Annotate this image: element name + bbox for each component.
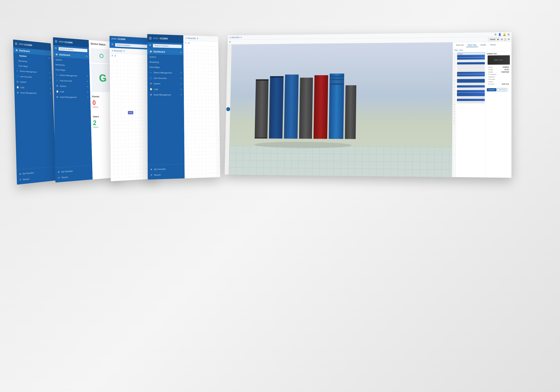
search-icon-3: 🔍 (111, 43, 114, 46)
p4-label-dashboard: Dashboard (153, 50, 165, 53)
refresh-icon-5[interactable]: ↺ (229, 41, 231, 43)
p4-label-assets: Asset Management (154, 93, 171, 96)
sidebar-label-sys2: System (20, 81, 26, 83)
p2-nav-assets[interactable]: ⊞ Asset Management ▾ (54, 94, 90, 100)
help-icon-4[interactable]: ? (185, 42, 186, 44)
p4-nav-dashboard[interactable]: ⊞ Dashboard ▾ (147, 49, 183, 55)
logo-product-2: CC2000 (64, 41, 73, 44)
toolbar-select-5[interactable]: Default (488, 38, 500, 41)
rack-unit-14[interactable] (457, 85, 485, 88)
p2-label-system: System (55, 59, 62, 61)
p2-nav-sys2[interactable]: ⚙ System ▾ (54, 83, 90, 90)
clear-btn[interactable]: Clear (459, 49, 463, 51)
rack-unit-16[interactable] (457, 90, 485, 92)
grid-icon[interactable]: ⊞ (507, 33, 510, 36)
toolbar-icon-3[interactable]: ⚙ (508, 38, 510, 41)
rack-unit-10[interactable] (457, 74, 485, 77)
port-1 (494, 60, 496, 60)
sidebar-1: ☰ ATEN CC2000 ⊞ Dashboard System ▾ Mon (13, 40, 56, 185)
p4-logs-icon: 📋 (150, 88, 152, 90)
rack-unit-1[interactable]: KH8516 (457, 52, 485, 55)
bc-dropdown-4[interactable]: ▾ (197, 37, 198, 40)
info-label-model2: Model (488, 71, 493, 73)
settings-icon[interactable]: ⚙ (494, 33, 497, 36)
hamburger-icon[interactable]: ☰ (15, 42, 17, 45)
tab-sensor[interactable]: Sensor (489, 43, 498, 47)
p2-label-users: User Accounts (60, 80, 72, 82)
bc-dropdown-3[interactable]: ▾ (124, 50, 125, 52)
filter-btn[interactable]: Filter (454, 49, 458, 51)
p4-nav-assets[interactable]: ⊞ Asset Management ▾ (148, 92, 184, 98)
rack-unit-19[interactable] (457, 99, 485, 101)
expand-btn[interactable]: › (226, 107, 230, 111)
g-letter: G (99, 72, 107, 84)
help-icon-3[interactable]: ? (111, 54, 113, 57)
sap-btn[interactable]: SAP 2040 (497, 88, 507, 91)
info-protocol: Protocol SAP v4.0 (488, 83, 509, 85)
p4-nav-logs[interactable]: 📋 Logs ▾ (148, 86, 184, 92)
rack-unit-7[interactable] (457, 67, 485, 69)
toolbar-icon-1[interactable]: ⊞ (501, 38, 503, 41)
p4-label-sys2: System (154, 82, 160, 85)
rack-unit-12[interactable] (457, 79, 485, 83)
status-circle (100, 54, 103, 58)
info-val-protocol: SAP v4.0 (502, 83, 509, 85)
properties-btn[interactable]: Properties (487, 88, 497, 91)
logo-brand: ATEN (19, 43, 24, 46)
hamburger-icon-2[interactable]: ☰ (55, 40, 57, 43)
breadcrumb-5: ◂ Room101 ▾ (230, 36, 242, 39)
svg-rect-8 (329, 74, 344, 139)
search-input-4[interactable] (153, 44, 182, 48)
p4-nav-devmgmt[interactable]: ▪ Device Management ▾ (147, 70, 184, 76)
sidebar-item-assets[interactable]: ⊞ Asset Management ▾ (14, 90, 53, 96)
p4-nav-users[interactable]: 👤 User Accounts ▾ (147, 75, 184, 81)
tab-assets[interactable]: Assets (479, 43, 487, 47)
tab-rack-info[interactable]: Rack Info (455, 43, 465, 47)
sidebar-footer-4: ★ My Favorites ↺ Recent (148, 164, 185, 180)
ups-box-3: UPS (128, 111, 133, 114)
user-icon[interactable]: 👤 (498, 33, 501, 36)
recent-icon: ↺ (19, 178, 22, 181)
rack-unit-9[interactable] (457, 72, 485, 74)
system-icon (16, 55, 18, 56)
rack-unit-18[interactable] (457, 96, 485, 99)
search-input-3[interactable] (115, 43, 152, 48)
rack-unit-20[interactable] (457, 101, 485, 103)
system2-icon: ⚙ (16, 80, 19, 83)
sidebar-label-logs: Logs (20, 86, 24, 89)
rack-unit-2[interactable] (457, 55, 485, 57)
p4-nav-sys2[interactable]: ⚙ System ▾ (148, 81, 184, 87)
rack-unit-5[interactable] (457, 62, 485, 65)
rack-tabs: Rack Info Rack View Assets Sensor (453, 42, 512, 49)
bc-dropdown-5[interactable]: ▾ (241, 36, 242, 39)
p2-devmgmt-icon: ▪ (56, 74, 58, 76)
tab-rack-view[interactable]: Rack View (466, 43, 478, 47)
p4-nav-monitoring[interactable]: Monitoring (147, 59, 183, 65)
logo-product-4: CC2000 (160, 37, 168, 40)
rack-unit-4[interactable] (457, 60, 485, 62)
p3-brand: ATEN (111, 38, 117, 40)
p4-nav-system[interactable]: System (147, 54, 183, 60)
p2-nav-logs[interactable]: 📋 Logs ▾ (54, 89, 90, 95)
refresh-icon-3[interactable]: ↺ (114, 55, 116, 57)
rack-unit-3[interactable] (457, 57, 485, 60)
search-input-2[interactable] (59, 47, 88, 52)
p4-nav-floormaps[interactable]: Floor Maps (147, 65, 184, 70)
rack-unit-11[interactable] (457, 77, 485, 79)
rack-unit-8[interactable] (457, 69, 485, 72)
toolbar-icon-2[interactable]: ◫ (504, 38, 506, 41)
p2-assets-icon: ⊞ (56, 96, 59, 98)
rack-unit-15[interactable] (457, 88, 485, 90)
bell-icon[interactable]: 🔔 (503, 33, 506, 36)
p2-label-devmgmt: Device Management (60, 74, 77, 77)
hamburger-icon-4[interactable]: ☰ (149, 36, 151, 40)
p4-label-devmgmt: Device Management (154, 71, 172, 74)
p4-arrow-assets: ▾ (181, 94, 182, 96)
rack-unit-17[interactable] (457, 92, 485, 96)
sidebar-label-floormaps: Floor Maps (19, 65, 28, 68)
rack-unit-6[interactable] (457, 65, 485, 67)
rack-unit-13[interactable] (457, 83, 485, 85)
device-thumbnail (488, 55, 510, 65)
p4-nav-recent[interactable]: ↺ Recent (148, 171, 185, 178)
refresh-icon-4[interactable]: ↺ (188, 42, 190, 44)
